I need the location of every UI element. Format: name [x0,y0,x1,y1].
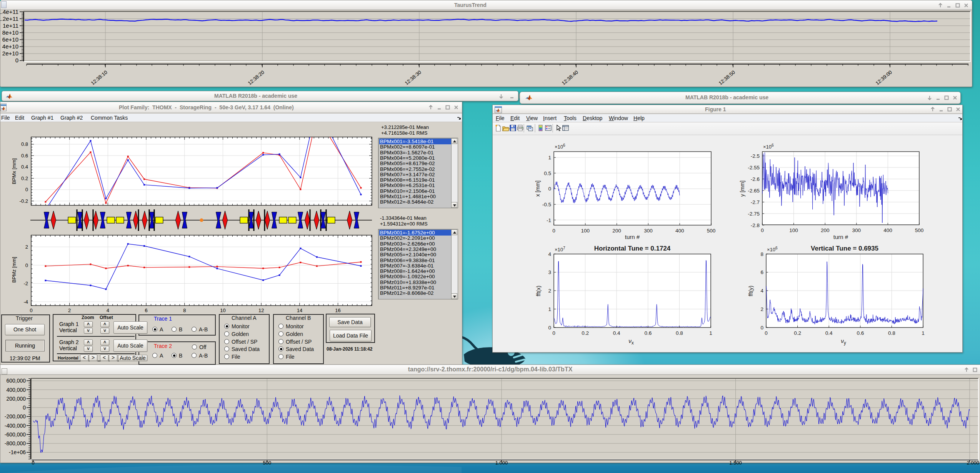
svg-text:2: 2 [760,306,763,312]
svg-text:300: 300 [852,227,861,233]
svg-text:6e+10: 6e+10 [2,36,18,43]
svg-text:12:39:00: 12:39:00 [875,69,893,86]
svg-text:500: 500 [707,228,716,234]
svg-text:500: 500 [263,460,272,466]
svg-text:14: 14 [297,308,302,313]
svg-text:100: 100 [581,228,590,234]
svg-text:-800,000: -800,000 [5,440,26,446]
svg-text:0.6: 0.6 [857,330,864,336]
svg-text:12:38:50: 12:38:50 [718,69,736,86]
svg-text:0.2: 0.2 [582,330,589,336]
svg-text:0.8: 0.8 [888,330,895,336]
svg-text:4: 4 [760,288,763,294]
svg-text:12:38:10: 12:38:10 [90,69,108,86]
svg-text:10: 10 [220,308,225,313]
svg-text:0.2: 0.2 [21,175,28,181]
svg-text:0.4: 0.4 [613,330,620,336]
svg-text:0: 0 [15,57,18,64]
svg-text:-200,000: -200,000 [5,413,26,420]
svg-text:0.4: 0.4 [825,330,833,336]
svg-text:1.2e+11: 1.2e+11 [0,15,18,22]
svg-text:1.000: 1.000 [495,460,508,466]
svg-text:fft(y): fft(y) [748,286,754,296]
svg-text:500: 500 [915,227,924,233]
svg-text:0.4: 0.4 [21,164,28,170]
svg-text:2: 2 [68,308,71,313]
svg-text:600,000: 600,000 [6,378,26,384]
svg-text:-2.8: -2.8 [751,222,760,228]
svg-text:6: 6 [760,269,763,275]
svg-text:0.5: 0.5 [544,170,551,176]
svg-text:400,000: 400,000 [6,387,26,393]
svg-text:0: 0 [765,330,768,336]
svg-text:-1e+06: -1e+06 [9,449,26,455]
svg-text:BPMz [mm]: BPMz [mm] [11,257,17,282]
svg-text:2: 2 [548,288,551,294]
svg-text:×106: ×106 [555,143,565,150]
svg-text:×106: ×106 [767,246,778,252]
svg-text:0.6: 0.6 [644,330,652,336]
svg-text:0: 0 [30,308,32,313]
svg-text:-0.5: -0.5 [542,202,551,207]
svg-text:4: 4 [107,308,109,313]
svg-text:12:38:30: 12:38:30 [404,69,422,86]
svg-text:2e+10: 2e+10 [2,50,18,57]
svg-text:1: 1 [548,155,551,160]
svg-text:200: 200 [612,228,621,234]
svg-text:fft(x): fft(x) [535,286,542,296]
svg-text:1: 1 [548,306,551,312]
svg-text:Vertical Tune = 0.6935: Vertical Tune = 0.6935 [811,245,878,252]
svg-text:0: 0 [25,262,28,268]
svg-text:400: 400 [675,228,684,234]
svg-text:8e+10: 8e+10 [2,29,18,36]
svg-text:100: 100 [789,227,798,233]
svg-text:1: 1 [922,330,925,336]
svg-text:0: 0 [548,325,551,331]
svg-text:-2.75: -2.75 [748,211,760,217]
svg-text:-2.7: -2.7 [751,199,760,205]
svg-text:8: 8 [183,308,186,313]
svg-text:y [mm]: y [mm] [739,181,745,197]
svg-text:0: 0 [25,187,28,192]
svg-text:1: 1 [709,330,712,336]
svg-text:0.8: 0.8 [676,330,683,336]
svg-text:200: 200 [821,227,830,233]
svg-text:-400,000: -400,000 [5,423,26,429]
svg-text:3: 3 [548,269,551,275]
svg-text:0: 0 [552,228,555,234]
svg-text:0.8: 0.8 [21,141,28,147]
svg-text:0.6: 0.6 [21,153,28,159]
svg-text:2: 2 [25,244,28,250]
svg-text:-600,000: -600,000 [5,431,26,438]
svg-text:0: 0 [760,325,763,331]
svg-text:-2.6: -2.6 [751,176,760,182]
svg-text:16: 16 [335,308,340,313]
svg-text:turn #: turn # [833,234,848,240]
svg-text:300: 300 [644,228,653,234]
svg-text:0: 0 [32,460,34,466]
svg-text:turn #: turn # [625,234,640,240]
svg-text:-0.2: -0.2 [20,198,28,204]
svg-text:-1: -1 [547,217,551,223]
svg-text:12:38:20: 12:38:20 [247,69,265,86]
svg-text:1.500: 1.500 [729,460,742,466]
svg-text:×106: ×106 [763,143,774,150]
svg-text:-4: -4 [23,299,28,305]
svg-text:0: 0 [23,404,26,411]
svg-text:-2: -2 [23,281,28,286]
svg-text:8: 8 [760,251,763,257]
svg-text:νx: νx [628,338,634,346]
svg-text:-2.65: -2.65 [748,188,760,194]
svg-text:12: 12 [258,308,264,313]
svg-text:400: 400 [883,227,892,233]
svg-text:1.4e+11: 1.4e+11 [0,8,18,15]
svg-text:12:38:40: 12:38:40 [561,69,579,86]
svg-text:0: 0 [761,227,764,233]
svg-text:x [mm]: x [mm] [535,181,541,197]
svg-text:0: 0 [552,330,555,336]
svg-text:0: 0 [548,186,551,192]
svg-text:νy: νy [841,338,846,346]
svg-text:BPMx [mm]: BPMx [mm] [11,158,17,184]
svg-text:-2.5: -2.5 [751,153,760,159]
svg-text:-2.55: -2.55 [748,165,760,170]
